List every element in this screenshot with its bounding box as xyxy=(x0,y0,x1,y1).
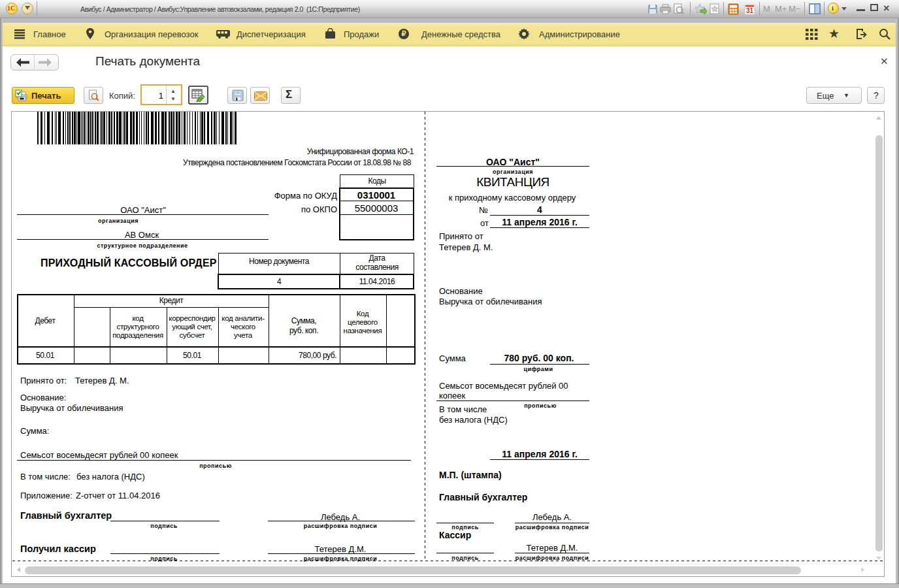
svg-text:31: 31 xyxy=(746,7,754,14)
